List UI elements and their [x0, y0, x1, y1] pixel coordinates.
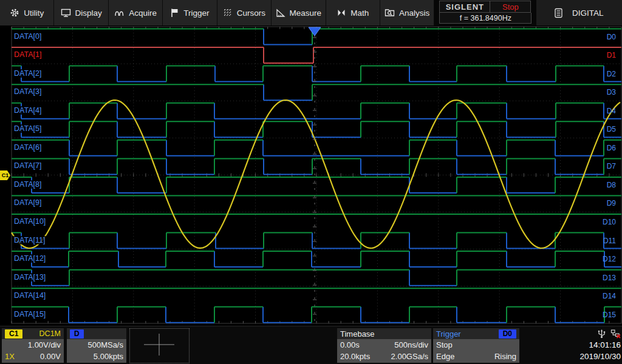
trigger-position-marker[interactable] [309, 27, 321, 36]
digital-waveform-low-D11 [21, 233, 621, 249]
digital-channel-label-D8[interactable]: DATA[8] [13, 180, 43, 189]
system-panel: 14:01:16 2019/10/30 [565, 328, 621, 363]
digital-channel-label-D12[interactable]: DATA[12] [13, 254, 47, 263]
menu-item-measure[interactable]: Measure [272, 0, 326, 25]
digital-channel-tag-D14: D14 [599, 292, 616, 300]
waveform-canvas [0, 25, 622, 326]
digital-channel-label-D14[interactable]: DATA[14] [13, 291, 47, 300]
timebase-scale: 500ns/div [394, 340, 428, 349]
status-bar: C1 DC1M 1.00V/div 1X0.00V D 500MSa/s 5.0… [0, 326, 622, 364]
menu-item-analysis[interactable]: Analysis [380, 0, 434, 25]
menu-label: Cursors [237, 8, 265, 18]
digital-waveform-high-D11 [12, 233, 604, 249]
digital-channel-tag-D15: D15 [599, 311, 616, 319]
digital-points: 5.00kpts [94, 352, 123, 361]
digital-panel[interactable]: D 500MSa/s 5.00kpts [67, 328, 126, 363]
menu-label: Measure [290, 8, 322, 18]
digital-waveform-high-D1 [12, 47, 621, 63]
trigger-source-badge: D0 [499, 329, 516, 339]
trigger-panel[interactable]: Trigger D0 Stop EdgeRising [433, 328, 519, 363]
digital-waveform-low-D8 [32, 177, 555, 193]
menu-label: Analysis [399, 8, 429, 18]
lan-disconnected-icon[interactable] [610, 329, 621, 339]
digital-waveform-high-D13 [12, 270, 621, 286]
menu-item-utility[interactable]: Utility [0, 0, 54, 25]
bowtie-icon [337, 8, 346, 18]
clock-date: 2019/10/30 [565, 351, 621, 362]
ruler-icon [276, 8, 285, 18]
timebase-sample-rate: 2.00GSa/s [391, 352, 428, 361]
cursor-grid-icon [223, 8, 233, 18]
digital-channel-tag-D9: D9 [599, 199, 616, 207]
channel-c1-panel[interactable]: C1 DC1M 1.00V/div 1X0.00V [2, 328, 64, 363]
digital-channel-label-D13[interactable]: DATA[13] [13, 273, 47, 281]
digital-channel-tag-D3: D3 [599, 88, 616, 96]
menu-label: Trigger [183, 8, 209, 18]
timebase-panel[interactable]: Timebase 0.00s500ns/div 20.0kpts2.00GSa/… [337, 328, 431, 363]
clock-time: 14:01:16 [565, 339, 621, 351]
digital-channel-label-D9[interactable]: DATA[9] [13, 198, 43, 207]
flag-icon [170, 8, 179, 18]
digital-menu-button[interactable]: DIGITAL [536, 0, 622, 25]
digital-waveform-high-D2 [12, 66, 604, 82]
c1-offset: 0.00V [40, 352, 61, 361]
c1-coupling: DC1M [39, 329, 61, 338]
digital-waveform-low-D4 [21, 103, 621, 119]
digital-channel-tag-D10: D10 [599, 218, 616, 226]
digital-channel-tag-D4: D4 [599, 107, 616, 115]
digital-channel-label-D2[interactable]: DATA[2] [13, 69, 43, 78]
digital-waveform-low-D5 [21, 121, 621, 137]
digital-channel-label-D10[interactable]: DATA[10] [13, 217, 47, 226]
digital-waveform-high-D3 [12, 84, 621, 100]
menu-label: Utility [24, 8, 44, 18]
digital-waveform-low-D1 [264, 47, 313, 63]
menu-item-trigger[interactable]: Trigger [163, 0, 217, 25]
menu-item-acquire[interactable]: Acquire [109, 0, 163, 25]
trigger-slope: Rising [494, 352, 516, 361]
digital-channel-tag-D13: D13 [599, 274, 616, 282]
timebase-delay: 0.00s [340, 340, 360, 349]
folder-search-icon [384, 8, 395, 18]
digital-channel-label-D3[interactable]: DATA[3] [13, 87, 43, 96]
digital-waveform-low-D2 [21, 66, 621, 82]
monitor-icon [61, 8, 71, 18]
oscilloscope-screen: Utility Display Acquire Trigger Cursors … [0, 0, 622, 364]
digital-waveform-high-D12 [12, 251, 604, 267]
digital-chip-icon [555, 8, 562, 18]
digital-channel-label-D6[interactable]: DATA[6] [13, 143, 43, 152]
digital-channel-label-D1[interactable]: DATA[1] [13, 50, 43, 59]
menu-item-cursors[interactable]: Cursors [217, 0, 272, 25]
add-channel-cross-icon [130, 329, 189, 363]
digital-channel-tag-D12: D12 [599, 255, 616, 263]
c1-scale: 1.00V/div [28, 340, 61, 349]
digital-channel-tag-D1: D1 [599, 51, 616, 59]
acquire-wave-icon [114, 8, 125, 18]
digital-channel-label-D0[interactable]: DATA[0] [13, 32, 43, 41]
digital-waveform-low-D7 [69, 158, 604, 174]
digital-channel-tag-D6: D6 [599, 144, 616, 152]
digital-channel-label-D7[interactable]: DATA[7] [13, 161, 43, 170]
menu-label: Math [350, 8, 369, 18]
empty-channel-slot[interactable] [129, 328, 190, 363]
c1-probe-attenuation: 1X [5, 352, 15, 361]
digital-channel-label-D5[interactable]: DATA[5] [13, 124, 43, 133]
digital-channel-tag-D8: D8 [599, 181, 616, 189]
timebase-points: 20.0kpts [340, 352, 370, 361]
menu-label: Display [75, 8, 102, 18]
digital-badge: D [70, 329, 84, 339]
acquisition-status-badge: Stop [490, 1, 531, 13]
graticule-ticks [12, 27, 609, 323]
usb-icon[interactable] [598, 329, 606, 339]
trigger-frequency-readout: f = 361.8490Hz [439, 13, 531, 24]
brand-area: SIGLENT Stop f = 361.8490Hz [439, 0, 536, 25]
digital-waveform-low-D13 [32, 270, 457, 286]
menu-bar: Utility Display Acquire Trigger Cursors … [0, 0, 622, 25]
digital-waveform-low-D15 [69, 307, 604, 323]
digital-channel-label-D4[interactable]: DATA[4] [13, 106, 43, 115]
waveform-display-area: DATA[0]D0DATA[1]D1DATA[2]D2DATA[3]D3DATA… [0, 25, 622, 326]
digital-channel-label-D15[interactable]: DATA[15] [13, 310, 47, 318]
digital-channel-label-D11[interactable]: DATA[11] [13, 236, 46, 244]
trigger-type: Edge [436, 352, 454, 361]
menu-item-display[interactable]: Display [54, 0, 108, 25]
menu-item-math[interactable]: Math [326, 0, 380, 25]
